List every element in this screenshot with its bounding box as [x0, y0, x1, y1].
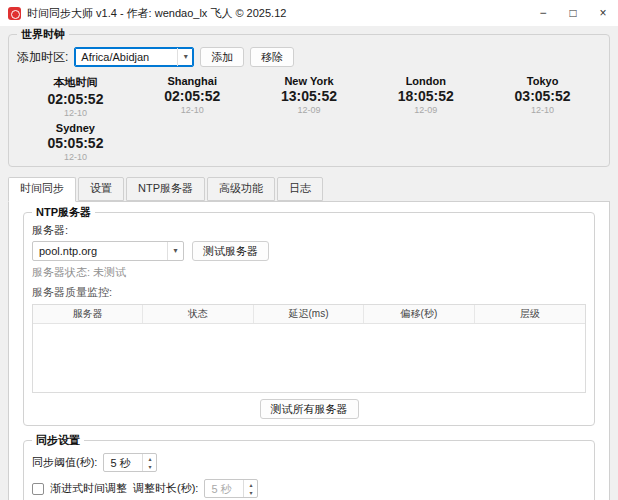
chevron-down-icon: ▾	[167, 242, 183, 260]
ntp-server-combobox[interactable]: pool.ntp.org ▾	[32, 241, 184, 261]
ntp-group-title: NTP服务器	[32, 205, 95, 220]
clock-date: 12-10	[17, 152, 134, 162]
clock-london: London 18:05:52 12-09	[367, 75, 484, 118]
remove-timezone-button[interactable]: 移除	[250, 47, 294, 67]
clock-time: 02:05:52	[134, 88, 251, 104]
spin-up-icon[interactable]: ▴	[244, 481, 257, 489]
tab-bar: 时间同步 设置 NTP服务器 高级功能 日志	[8, 177, 610, 201]
clock-shanghai: Shanghai 02:05:52 12-10	[134, 75, 251, 118]
clock-name: London	[367, 75, 484, 87]
col-offset[interactable]: 偏移(秒)	[364, 305, 474, 323]
table-body-empty	[33, 324, 585, 392]
server-status-text: 服务器状态: 未测试	[32, 265, 586, 280]
title-bar: 时间同步大师 v1.4 - 作者: wendao_lx 飞人 © 2025.12…	[0, 0, 618, 26]
clock-date: 12-10	[484, 105, 601, 115]
threshold-value: 5 秒	[104, 454, 142, 471]
tab-time-sync[interactable]: 时间同步	[8, 177, 76, 202]
chevron-down-icon: ▾	[177, 48, 193, 66]
minimize-icon[interactable]: −	[528, 0, 558, 26]
gradual-duration-value: 5 秒	[205, 480, 243, 497]
sync-settings-title: 同步设置	[32, 433, 84, 448]
world-clock-title: 世界时钟	[17, 27, 69, 42]
clock-date: 12-10	[17, 108, 134, 118]
test-all-servers-button[interactable]: 测试所有服务器	[260, 399, 359, 419]
tab-ntp-server[interactable]: NTP服务器	[126, 177, 205, 201]
clock-tokyo: Tokyo 03:05:52 12-10	[484, 75, 601, 118]
sync-settings-group: 同步设置 同步阈值(秒): 5 秒 ▴ ▾ 渐进式时间调整 调整时长(秒): 5…	[23, 440, 595, 500]
clock-new-york: New York 13:05:52 12-09	[251, 75, 368, 118]
server-quality-table: 服务器 状态 延迟(ms) 偏移(秒) 层级	[32, 304, 586, 393]
clock-time: 02:05:52	[17, 91, 134, 107]
gradual-duration-label: 调整时长(秒):	[133, 481, 198, 496]
clock-time: 03:05:52	[484, 88, 601, 104]
threshold-label: 同步阈值(秒):	[32, 455, 97, 470]
clock-sydney: Sydney 05:05:52 12-10	[17, 122, 134, 162]
tab-log[interactable]: 日志	[277, 177, 323, 201]
clock-local: 本地时间 02:05:52 12-10	[17, 75, 134, 118]
test-server-button[interactable]: 测试服务器	[192, 241, 269, 261]
world-clock-group: 世界时钟 添加时区: Africa/Abidjan ▾ 添加 移除 本地时间 0…	[8, 34, 610, 167]
gradual-duration-spinner[interactable]: 5 秒 ▴ ▾	[204, 479, 258, 498]
maximize-icon[interactable]: □	[558, 0, 588, 26]
add-timezone-label: 添加时区:	[17, 49, 68, 66]
timezone-combobox[interactable]: Africa/Abidjan ▾	[74, 47, 194, 67]
app-icon	[8, 7, 21, 20]
close-icon[interactable]: ×	[588, 0, 618, 26]
server-label: 服务器:	[32, 223, 586, 238]
clock-name: New York	[251, 75, 368, 87]
app-window: 时间同步大师 v1.4 - 作者: wendao_lx 飞人 © 2025.12…	[0, 0, 618, 500]
clock-name: Tokyo	[484, 75, 601, 87]
gradual-adjust-checkbox[interactable]	[32, 483, 44, 495]
timezone-value: Africa/Abidjan	[75, 51, 177, 63]
add-timezone-button[interactable]: 添加	[200, 47, 244, 67]
time-sync-panel: NTP服务器 服务器: pool.ntp.org ▾ 测试服务器 服务器状态: …	[8, 201, 610, 500]
table-header-row: 服务器 状态 延迟(ms) 偏移(秒) 层级	[33, 305, 585, 324]
window-title: 时间同步大师 v1.4 - 作者: wendao_lx 飞人 © 2025.12	[27, 6, 528, 21]
clock-name: Sydney	[17, 122, 134, 134]
col-server[interactable]: 服务器	[33, 305, 143, 323]
col-latency[interactable]: 延迟(ms)	[254, 305, 364, 323]
spinner-arrows-icon[interactable]: ▴ ▾	[142, 454, 156, 471]
tab-settings[interactable]: 设置	[78, 177, 124, 201]
clock-time: 05:05:52	[17, 135, 134, 151]
clock-time: 18:05:52	[367, 88, 484, 104]
spin-down-icon[interactable]: ▾	[244, 489, 257, 497]
col-stratum[interactable]: 层级	[475, 305, 585, 323]
clock-date: 12-09	[367, 105, 484, 115]
clock-time: 13:05:52	[251, 88, 368, 104]
threshold-spinner[interactable]: 5 秒 ▴ ▾	[103, 453, 157, 472]
clock-name: 本地时间	[17, 75, 134, 90]
col-status[interactable]: 状态	[143, 305, 253, 323]
ntp-server-value: pool.ntp.org	[33, 245, 167, 257]
clock-name: Shanghai	[134, 75, 251, 87]
gradual-adjust-label: 渐进式时间调整	[50, 481, 127, 496]
spin-up-icon[interactable]: ▴	[143, 455, 156, 463]
spin-down-icon[interactable]: ▾	[143, 463, 156, 471]
server-monitor-label: 服务器质量监控:	[32, 285, 586, 300]
ntp-server-group: NTP服务器 服务器: pool.ntp.org ▾ 测试服务器 服务器状态: …	[23, 212, 595, 426]
clock-date: 12-09	[251, 105, 368, 115]
clock-grid: 本地时间 02:05:52 12-10 Shanghai 02:05:52 12…	[17, 75, 601, 162]
clock-date: 12-10	[134, 105, 251, 115]
tab-advanced[interactable]: 高级功能	[207, 177, 275, 201]
spinner-arrows-icon[interactable]: ▴ ▾	[243, 480, 257, 497]
